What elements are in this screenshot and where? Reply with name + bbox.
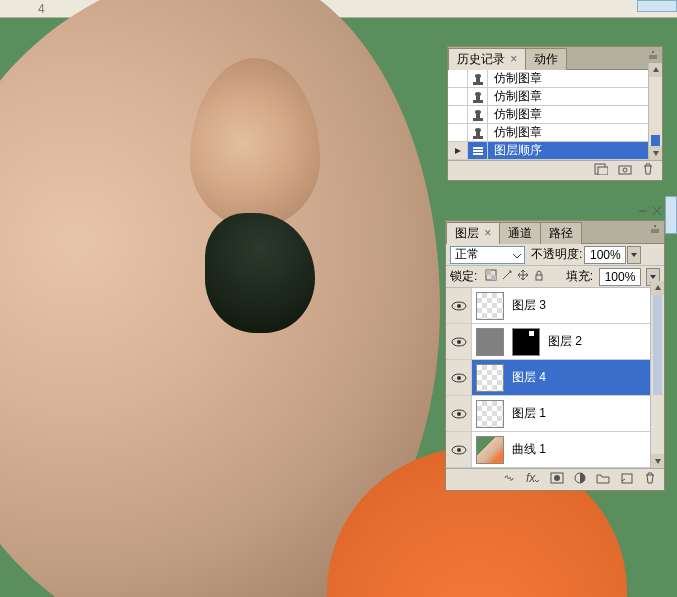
scroll-thumb[interactable] — [653, 295, 662, 395]
new-group-icon[interactable] — [596, 472, 610, 487]
history-item-label: 仿制图章 — [488, 124, 542, 141]
opacity-value: 100% — [590, 248, 621, 262]
svg-rect-10 — [473, 136, 483, 139]
layer-name[interactable]: 曲线 1 — [508, 441, 546, 458]
layers-scrollbar[interactable] — [650, 281, 664, 468]
fill-input[interactable]: 100% — [599, 268, 641, 286]
lock-pixels-icon[interactable] — [501, 269, 513, 284]
layer-item[interactable]: 图层 4 — [446, 360, 664, 396]
layer-name[interactable]: 图层 2 — [544, 333, 582, 350]
history-marker-col[interactable] — [448, 106, 468, 123]
history-item[interactable]: 图层顺序 — [448, 142, 662, 160]
dock-strip[interactable] — [665, 196, 677, 234]
history-item-label: 仿制图章 — [488, 88, 542, 105]
lock-position-icon[interactable] — [517, 269, 529, 284]
layer-item[interactable]: 曲线 1 — [446, 432, 664, 468]
close-icon[interactable]: × — [510, 52, 517, 66]
svg-point-19 — [623, 168, 627, 172]
lock-label: 锁定: — [450, 268, 477, 285]
svg-point-32 — [457, 412, 461, 416]
new-snapshot-icon[interactable] — [618, 163, 632, 178]
svg-rect-17 — [598, 167, 608, 175]
svg-rect-24 — [536, 275, 542, 280]
svg-text:fx: fx — [526, 472, 536, 484]
svg-point-34 — [457, 448, 461, 452]
panel-menu-icon[interactable] — [648, 223, 662, 235]
tab-history[interactable]: 历史记录 × — [448, 48, 526, 70]
visibility-toggle[interactable] — [446, 324, 472, 359]
scroll-up-icon[interactable] — [649, 63, 662, 77]
layer-name[interactable]: 图层 1 — [508, 405, 546, 422]
layer-thumbnail[interactable] — [476, 328, 504, 356]
chevron-down-icon — [512, 250, 522, 264]
visibility-toggle[interactable] — [446, 432, 472, 467]
history-list: 仿制图章仿制图章仿制图章仿制图章图层顺序 — [448, 70, 662, 160]
history-marker-col[interactable] — [448, 142, 468, 159]
layer-name[interactable]: 图层 4 — [508, 369, 546, 386]
history-item[interactable]: 仿制图章 — [448, 106, 662, 124]
stamp-icon — [468, 124, 488, 141]
svg-point-30 — [457, 376, 461, 380]
tab-paths[interactable]: 路径 — [540, 222, 582, 244]
adjustment-layer-icon[interactable] — [574, 472, 586, 487]
svg-point-9 — [475, 110, 481, 114]
layer-name[interactable]: 图层 3 — [508, 297, 546, 314]
lock-transparent-icon[interactable] — [485, 269, 497, 284]
new-layer-icon[interactable] — [620, 472, 634, 487]
history-item-label: 仿制图章 — [488, 106, 542, 123]
history-item[interactable]: 仿制图章 — [448, 124, 662, 142]
options-right-widget[interactable] — [637, 0, 677, 12]
history-item[interactable]: 仿制图章 — [448, 88, 662, 106]
lock-all-icon[interactable] — [533, 269, 545, 284]
visibility-toggle[interactable] — [446, 360, 472, 395]
eye-icon — [451, 372, 467, 384]
close-panel-icon[interactable] — [652, 205, 662, 219]
opacity-label: 不透明度: — [531, 246, 582, 263]
layer-item[interactable]: 图层 2 — [446, 324, 664, 360]
layer-thumbnail[interactable] — [476, 292, 504, 320]
layers-blend-row: 正常 不透明度: 100% — [446, 244, 664, 266]
svg-point-3 — [475, 74, 481, 78]
svg-point-12 — [475, 128, 481, 132]
trash-icon[interactable] — [644, 472, 656, 487]
scroll-down-icon[interactable] — [651, 454, 664, 468]
visibility-toggle[interactable] — [446, 288, 472, 323]
layer-thumbnail[interactable] — [476, 400, 504, 428]
layer-thumbnail[interactable] — [512, 328, 540, 356]
new-document-icon[interactable] — [594, 163, 608, 178]
stamp-icon — [468, 88, 488, 105]
layer-style-icon[interactable]: fx — [526, 472, 540, 487]
scroll-down-icon[interactable] — [649, 146, 662, 160]
history-item[interactable]: 仿制图章 — [448, 70, 662, 88]
tab-actions[interactable]: 动作 — [525, 48, 567, 70]
tab-channels[interactable]: 通道 — [499, 222, 541, 244]
history-marker-col[interactable] — [448, 124, 468, 141]
close-icon[interactable]: × — [484, 226, 491, 240]
panel-menu-icon[interactable] — [646, 49, 660, 61]
layer-thumbnail[interactable] — [476, 364, 504, 392]
layers-tabs: 图层 × 通道 路径 — [446, 221, 664, 244]
layer-mask-icon[interactable] — [550, 472, 564, 487]
opacity-input[interactable]: 100% — [584, 246, 626, 264]
history-marker-col[interactable] — [448, 88, 468, 105]
layer-item[interactable]: 图层 3 — [446, 288, 664, 324]
layer-thumbnail[interactable] — [476, 436, 504, 464]
visibility-toggle[interactable] — [446, 396, 472, 431]
stamp-icon — [468, 70, 488, 87]
tab-layers[interactable]: 图层 × — [446, 222, 500, 244]
minimize-icon[interactable] — [638, 205, 648, 219]
trash-icon[interactable] — [642, 163, 654, 178]
layer-item[interactable]: 图层 1 — [446, 396, 664, 432]
tab-history-label: 历史记录 — [457, 52, 505, 66]
blend-mode-select[interactable]: 正常 — [450, 246, 525, 264]
eye-icon — [451, 444, 467, 456]
svg-point-26 — [457, 304, 461, 308]
history-marker-col[interactable] — [448, 70, 468, 87]
tab-paths-label: 路径 — [549, 226, 573, 240]
svg-rect-22 — [486, 270, 491, 275]
scroll-up-icon[interactable] — [651, 281, 664, 295]
link-layers-icon[interactable] — [502, 472, 516, 487]
history-scrollbar[interactable] — [648, 63, 662, 160]
opacity-flyout-icon[interactable] — [627, 246, 641, 264]
svg-rect-1 — [473, 82, 483, 85]
